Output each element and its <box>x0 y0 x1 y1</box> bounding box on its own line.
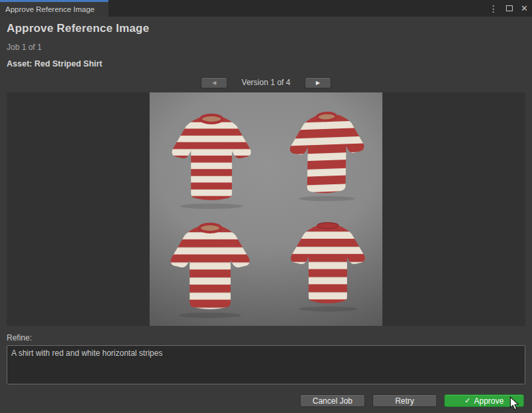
refine-label: Refine: <box>7 333 32 343</box>
reference-image <box>150 92 382 326</box>
tab-bar: Approve Reference Image ⋮ ✕ <box>0 0 532 17</box>
close-icon: ✕ <box>521 4 528 13</box>
asset-name-text: Asset: Red Striped Shirt <box>7 59 102 69</box>
actions-row: Cancel Job Retry ✓ Approve <box>300 394 524 407</box>
checkmark-icon: ✓ <box>465 396 471 405</box>
approve-button-label: Approve <box>474 396 504 406</box>
close-button[interactable]: ✕ <box>521 4 528 13</box>
tab-label: Approve Reference Image <box>5 5 94 13</box>
page-title: Approve Reference Image <box>7 22 149 35</box>
kebab-menu-icon: ⋮ <box>489 4 498 13</box>
shirt-three-quarter-top-right <box>276 103 377 203</box>
maximize-icon <box>506 5 513 11</box>
job-status-text: Job 1 of 1 <box>7 43 42 52</box>
version-label: Version 1 of 4 <box>237 78 295 87</box>
retry-button[interactable]: Retry <box>372 394 437 407</box>
approve-button[interactable]: ✓ Approve <box>444 394 524 407</box>
tab-approve-reference-image[interactable]: Approve Reference Image <box>0 0 108 17</box>
shirt-front-bottom-left <box>156 213 264 320</box>
preview-strip <box>7 92 525 326</box>
refine-textarea[interactable]: A shirt with red and white horizontal st… <box>7 345 525 384</box>
next-version-button[interactable]: ▶ <box>305 77 331 88</box>
maximize-button[interactable] <box>506 5 513 11</box>
cancel-job-button[interactable]: Cancel Job <box>300 394 365 407</box>
arrow-right-icon: ▶ <box>316 80 320 86</box>
shirt-front-top-left <box>158 104 265 211</box>
version-navigation: ◀ Version 1 of 4 ▶ <box>0 76 532 89</box>
previous-version-button[interactable]: ◀ <box>201 77 227 88</box>
window-controls: ⋮ ✕ <box>489 0 528 17</box>
arrow-left-icon: ◀ <box>212 80 216 86</box>
shirt-back-bottom-right <box>277 213 378 313</box>
window-menu-button[interactable]: ⋮ <box>489 4 498 13</box>
